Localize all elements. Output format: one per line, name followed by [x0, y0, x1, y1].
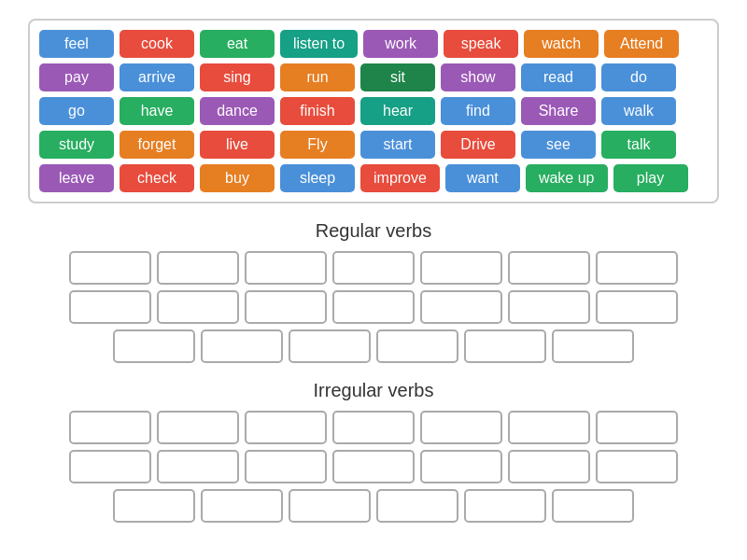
verb-btn-run[interactable]: run	[280, 63, 355, 91]
drop-box[interactable]	[332, 290, 415, 324]
drop-box[interactable]	[113, 329, 195, 363]
irregular-verbs-title: Irregular verbs	[9, 380, 738, 401]
drop-box[interactable]	[420, 411, 502, 444]
verb-btn-fly[interactable]: Fly	[280, 131, 355, 159]
drop-box[interactable]	[69, 251, 151, 285]
drop-row	[28, 489, 719, 523]
verb-btn-live[interactable]: live	[200, 131, 275, 159]
drop-box[interactable]	[420, 251, 502, 285]
drop-row	[28, 450, 719, 483]
drop-box[interactable]	[508, 411, 590, 444]
verb-btn-cook[interactable]: cook	[120, 30, 194, 58]
drop-box[interactable]	[69, 450, 151, 483]
drop-box[interactable]	[596, 450, 678, 483]
drop-box[interactable]	[332, 411, 415, 444]
drop-row	[28, 290, 719, 324]
verb-btn-study[interactable]: study	[39, 131, 114, 159]
verb-btn-leave[interactable]: leave	[39, 164, 114, 192]
drop-box[interactable]	[113, 489, 195, 523]
verb-btn-work[interactable]: work	[363, 30, 438, 58]
verb-btn-go[interactable]: go	[39, 97, 114, 125]
drop-box[interactable]	[508, 251, 590, 285]
drop-box[interactable]	[69, 411, 151, 444]
verb-btn-walk[interactable]: walk	[601, 97, 676, 125]
irregular-verbs-area	[28, 411, 719, 523]
drop-box[interactable]	[332, 450, 415, 483]
drop-box[interactable]	[332, 251, 415, 285]
drop-box[interactable]	[420, 450, 502, 483]
drop-box[interactable]	[201, 329, 283, 363]
verb-btn-forget[interactable]: forget	[120, 131, 194, 159]
verb-btn-feel[interactable]: feel	[39, 30, 114, 58]
drop-box[interactable]	[596, 290, 678, 324]
drop-box[interactable]	[157, 290, 239, 324]
drop-box[interactable]	[596, 411, 678, 444]
verb-btn-attend[interactable]: Attend	[604, 30, 679, 58]
drop-box[interactable]	[508, 290, 590, 324]
verb-btn-want[interactable]: want	[445, 164, 520, 192]
drop-box[interactable]	[245, 450, 327, 483]
drop-row	[28, 329, 719, 363]
drop-box[interactable]	[245, 411, 327, 444]
verb-btn-play[interactable]: play	[613, 164, 688, 192]
verb-btn-see[interactable]: see	[521, 131, 596, 159]
drop-box[interactable]	[552, 329, 634, 363]
verb-btn-talk[interactable]: talk	[601, 131, 676, 159]
verb-btn-sing[interactable]: sing	[200, 63, 275, 91]
drop-row	[28, 411, 719, 444]
verb-btn-wake-up[interactable]: wake up	[526, 164, 608, 192]
drop-box[interactable]	[464, 329, 546, 363]
drop-box[interactable]	[464, 489, 546, 523]
verb-btn-do[interactable]: do	[601, 63, 676, 91]
verb-btn-listen-to[interactable]: listen to	[280, 30, 358, 58]
drop-box[interactable]	[245, 251, 327, 285]
drop-row	[28, 251, 719, 285]
verb-btn-start[interactable]: start	[360, 131, 435, 159]
drop-box[interactable]	[289, 329, 371, 363]
verb-btn-share[interactable]: Share	[521, 97, 596, 125]
drop-box[interactable]	[508, 450, 590, 483]
verb-btn-buy[interactable]: buy	[200, 164, 275, 192]
verb-btn-improve[interactable]: improve	[360, 164, 440, 192]
verb-btn-pay[interactable]: pay	[39, 63, 114, 91]
drop-box[interactable]	[420, 290, 502, 324]
drop-box[interactable]	[69, 290, 151, 324]
verb-btn-sit[interactable]: sit	[360, 63, 435, 91]
verb-btn-hear[interactable]: hear	[360, 97, 435, 125]
drop-box[interactable]	[157, 411, 239, 444]
verb-btn-finish[interactable]: finish	[280, 97, 355, 125]
verb-btn-have[interactable]: have	[120, 97, 194, 125]
drop-box[interactable]	[552, 489, 634, 523]
drop-box[interactable]	[201, 489, 283, 523]
drop-box[interactable]	[245, 290, 327, 324]
drop-box[interactable]	[289, 489, 371, 523]
verb-btn-find[interactable]: find	[441, 97, 515, 125]
verb-btn-watch[interactable]: watch	[524, 30, 599, 58]
verb-btn-read[interactable]: read	[521, 63, 596, 91]
drop-box[interactable]	[376, 329, 458, 363]
verb-btn-sleep[interactable]: sleep	[280, 164, 355, 192]
drop-box[interactable]	[376, 489, 458, 523]
drop-box[interactable]	[596, 251, 678, 285]
verb-pool: feelcookeatlisten toworkspeakwatchAttend…	[28, 19, 719, 203]
regular-verbs-title: Regular verbs	[9, 220, 738, 242]
verb-btn-eat[interactable]: eat	[200, 30, 275, 58]
verb-btn-check[interactable]: check	[120, 164, 194, 192]
regular-verbs-area	[28, 251, 719, 363]
verb-btn-speak[interactable]: speak	[444, 30, 518, 58]
drop-box[interactable]	[157, 251, 239, 285]
verb-btn-dance[interactable]: dance	[200, 97, 275, 125]
drop-box[interactable]	[157, 450, 239, 483]
verb-btn-show[interactable]: show	[441, 63, 515, 91]
verb-btn-drive[interactable]: Drive	[441, 131, 515, 159]
verb-btn-arrive[interactable]: arrive	[120, 63, 194, 91]
